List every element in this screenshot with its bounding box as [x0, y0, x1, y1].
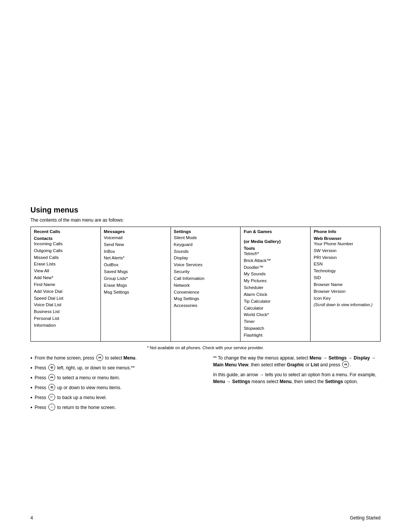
list-item: Net Alerts* — [104, 255, 167, 262]
bullet-text-2: Press ⊕ left, right, up, or down to see … — [35, 364, 135, 372]
bullet-item-1: • From the home screen, press ok to sele… — [30, 355, 198, 362]
list-item: My Sounds — [244, 271, 307, 278]
list-item: Erase Msgs — [104, 282, 167, 289]
list-item: Incoming Calls — [34, 241, 97, 248]
list-item: Browser Version — [314, 288, 377, 295]
list-item: Find Name — [34, 281, 97, 288]
list-item: Information — [34, 322, 97, 329]
list-item: Accessories — [174, 302, 237, 309]
bold-list-item: Tools — [244, 246, 307, 251]
list-item: Business List — [34, 308, 97, 315]
menu-col-1: MessagesVoicemailSend NewInBoxNet Alerts… — [100, 227, 170, 342]
double-star-paragraph: ** To change the way the menus appear, s… — [213, 355, 381, 369]
page-footer: 4 Getting Started — [0, 515, 411, 521]
menu-col-2: SettingsSilent ModeKeyguardSoundsDisplay… — [170, 227, 241, 342]
menu-row: Recent CallsContactsIncoming CallsOutgoi… — [31, 227, 381, 342]
intro-text: The contents of the main menu are as fol… — [30, 217, 381, 223]
list-item: Speed Dial List — [34, 295, 97, 302]
col-header-2: Settings — [174, 229, 237, 234]
guide-note-paragraph: In this guide, an arrow → tells you to s… — [213, 371, 381, 385]
section-title: Using menus — [30, 206, 381, 214]
list-item: Alarm Clock — [244, 291, 307, 298]
list-item: Outgoing Calls — [34, 248, 97, 254]
list-item: Convenience — [174, 289, 237, 296]
menu-button-icon-1: ok — [96, 354, 103, 361]
list-item: Voice Dial List — [34, 302, 97, 308]
list-item: Tip Calculator — [244, 298, 307, 305]
list-item: Missed Calls — [34, 254, 97, 261]
list-item: Scheduler — [244, 284, 307, 291]
bullet-dot-3: • — [30, 374, 32, 382]
bullet-col-left: • From the home screen, press ok to sele… — [30, 355, 198, 414]
menu-button-icon-2: ok — [48, 374, 55, 381]
col-header-0: Recent Calls — [34, 229, 97, 234]
list-item: Voicemail — [104, 235, 167, 241]
col-subheader-3: (or Media Gallery) — [244, 239, 280, 244]
list-item: Icon Key — [314, 295, 377, 302]
list-item: Keyguard — [174, 241, 237, 248]
list-item: Sounds — [174, 248, 237, 255]
menu-col-0: Recent CallsContactsIncoming CallsOutgoi… — [31, 227, 101, 342]
bullet-list-left: • From the home screen, press ok to sele… — [30, 355, 198, 412]
list-item: Calculator — [244, 305, 307, 312]
bold-list-item: Contacts — [34, 236, 97, 241]
list-item: ESN — [314, 261, 377, 268]
page-container: Using menus The contents of the main men… — [0, 0, 411, 532]
list-item: Add New* — [34, 275, 97, 281]
col-list-3: Tetris®*Brick Attack™Doodler™My SoundsMy… — [244, 251, 307, 339]
list-item: (Scroll down to view information.) — [314, 302, 377, 308]
bullet-item-3: • Press ok to select a menu or menu item… — [30, 374, 198, 382]
list-item: Silent Mode — [174, 235, 237, 241]
bullet-text-6: Press ⌂ to return to the home screen. — [35, 404, 116, 411]
list-item: OutBox — [104, 262, 167, 268]
list-item: Timer — [244, 318, 307, 325]
col-header-4: Phone Info — [314, 229, 377, 234]
back-button-icon: ↩ — [48, 394, 55, 401]
bullet-text-3: Press ok to select a menu or menu item. — [35, 374, 120, 382]
list-item: Call Information — [174, 275, 237, 282]
bullet-dot-6: • — [30, 404, 32, 412]
list-item: Display — [174, 255, 237, 262]
bullet-section: • From the home screen, press ok to sele… — [30, 355, 381, 414]
list-item: Group Lists* — [104, 275, 167, 282]
bullet-text-5: Press ↩ to back up a menu level. — [35, 394, 107, 401]
col-header-1: Messages — [104, 229, 167, 234]
list-item: Technology — [314, 268, 377, 275]
list-item: Your Phone Number — [314, 241, 377, 248]
end-button-icon: ⌂ — [48, 404, 55, 411]
list-item: Erase Lists — [34, 261, 97, 268]
footer-section-name: Getting Started — [350, 515, 381, 521]
bullet-dot-5: • — [30, 394, 32, 402]
list-item: Saved Msgs — [104, 268, 167, 275]
bullet-col-right: ** To change the way the menus appear, s… — [213, 355, 381, 414]
menu-col-3: Fun & Games(or Media Gallery)ToolsTetris… — [241, 227, 311, 342]
col-list-1: VoicemailSend NewInBoxNet Alerts*OutBoxS… — [104, 235, 167, 296]
list-item: Doodler™ — [244, 264, 307, 271]
list-item: Network — [174, 282, 237, 289]
menu-table: Recent CallsContactsIncoming CallsOutgoi… — [30, 227, 381, 342]
list-item: Security — [174, 268, 237, 275]
footer-page-number: 4 — [30, 515, 33, 521]
top-spacer — [30, 23, 381, 206]
list-item: My Pictures — [244, 278, 307, 284]
ok-button-icon: ok — [342, 361, 349, 368]
bullet-item-4: • Press ⊕ up or down to view menu items. — [30, 384, 198, 392]
list-item: Send New — [104, 241, 167, 248]
bold-list-item: Web Browser — [314, 236, 377, 241]
nav-button-icon-2: ⊕ — [48, 384, 55, 391]
list-item: Tetris®* — [244, 251, 307, 257]
bullet-dot-1: • — [30, 354, 32, 362]
bullet-item-6: • Press ⌂ to return to the home screen. — [30, 404, 198, 412]
list-item: Msg Settings — [104, 289, 167, 296]
bullet-item-5: • Press ↩ to back up a menu level. — [30, 394, 198, 402]
list-item: Brick Attack™ — [244, 257, 307, 264]
list-item: View All — [34, 268, 97, 275]
list-item: InBox — [104, 248, 167, 255]
list-item: Flashlight — [244, 332, 307, 339]
list-item: SW Version — [314, 248, 377, 254]
list-item: Personal List — [34, 315, 97, 322]
list-item: Voice Services — [174, 262, 237, 268]
col-list-4: Your Phone NumberSW VersionPRI VersionES… — [314, 241, 377, 308]
col-list-0: Incoming CallsOutgoing CallsMissed Calls… — [34, 241, 97, 329]
list-item: Stopwatch — [244, 325, 307, 332]
